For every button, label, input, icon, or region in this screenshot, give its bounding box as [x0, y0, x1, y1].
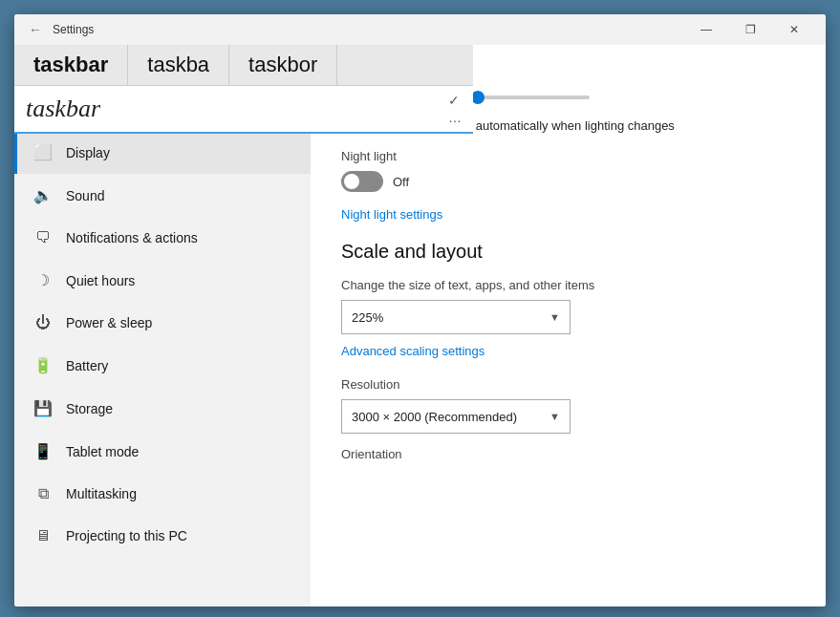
size-label: Change the size of text, apps, and other… — [341, 278, 795, 292]
night-light-toggle-row: Off — [341, 171, 795, 192]
handwriting-actions: ✓ … — [448, 94, 462, 124]
autocomplete-bar: taskbar taskba taskbor taskbar ✓ … — [14, 45, 473, 134]
autocomplete-suggestions: taskbar taskba taskbor — [14, 45, 473, 86]
sound-icon: 🔈 — [33, 186, 53, 204]
scale-layout-heading: Scale and layout — [341, 241, 795, 263]
resolution-dropdown-value: 3000 × 2000 (Recommended) — [352, 410, 517, 424]
sidebar-label-storage: Storage — [66, 401, 113, 416]
sidebar-label-sound: Sound — [66, 188, 104, 203]
power-sleep-icon: ⏻ — [33, 314, 53, 331]
suggestion-2[interactable]: taskbor — [229, 45, 337, 85]
sidebar-item-notifications[interactable]: 🗨 Notifications & actions — [14, 217, 311, 259]
sidebar-item-power-sleep[interactable]: ⏻ Power & sleep — [14, 302, 311, 344]
storage-icon: 💾 — [33, 399, 53, 417]
resolution-dropdown-arrow-icon: ▼ — [549, 411, 560, 422]
settings-window: ← Settings — ❐ ✕ taskbar taskba taskbor … — [14, 14, 826, 606]
window-controls: — ❐ ✕ — [684, 14, 816, 45]
handwriting-confirm-button[interactable]: ✓ — [448, 94, 462, 107]
window-title: Settings — [53, 23, 94, 36]
toggle-knob — [344, 174, 359, 189]
quiet-hours-icon: ☽ — [33, 271, 53, 289]
sidebar-label-quiet-hours: Quiet hours — [66, 273, 135, 288]
sidebar-label-battery: Battery — [66, 358, 108, 373]
suggestion-0[interactable]: taskbar — [14, 45, 128, 85]
battery-icon: 🔋 — [33, 356, 53, 374]
night-light-settings-link[interactable]: Night light settings — [341, 207, 442, 222]
sidebar-item-storage[interactable]: 💾 Storage — [14, 387, 311, 430]
handwriting-text: taskbar — [26, 95, 439, 123]
size-dropdown-arrow-icon: ▼ — [549, 311, 560, 323]
sidebar-label-display: Display — [66, 145, 110, 160]
restore-button[interactable]: ❐ — [728, 14, 772, 45]
resolution-label: Resolution — [341, 377, 795, 392]
handwriting-more-button[interactable]: … — [448, 111, 462, 124]
slider-thumb[interactable] — [471, 91, 485, 104]
night-light-toggle[interactable] — [341, 171, 383, 192]
orientation-label: Orientation — [341, 447, 795, 461]
tablet-mode-icon: 📱 — [33, 442, 53, 460]
titlebar: ← Settings — ❐ ✕ — [14, 14, 826, 45]
minimize-button[interactable]: — — [684, 14, 728, 45]
sidebar-item-quiet-hours[interactable]: ☽ Quiet hours — [14, 259, 311, 302]
size-dropdown[interactable]: 225% ▼ — [341, 300, 571, 334]
sidebar-item-tablet-mode[interactable]: 📱 Tablet mode — [14, 430, 311, 473]
sidebar-label-multitasking: Multitasking — [66, 486, 137, 501]
night-light-state: Off — [393, 175, 409, 189]
sidebar-item-projecting[interactable]: 🖥 Projecting to this PC — [14, 515, 311, 557]
sidebar-item-sound[interactable]: 🔈 Sound — [14, 174, 311, 217]
size-dropdown-value: 225% — [352, 310, 383, 325]
sidebar-label-power-sleep: Power & sleep — [66, 315, 152, 330]
close-button[interactable]: ✕ — [772, 14, 816, 45]
night-light-section: Night light Off — [341, 149, 795, 192]
notifications-icon: 🗨 — [33, 229, 53, 246]
night-light-heading: Night light — [341, 149, 795, 163]
handwriting-input-area: taskbar ✓ … — [14, 86, 473, 132]
sidebar-label-notifications: Notifications & actions — [66, 230, 198, 245]
scale-layout-section: Scale and layout Change the size of text… — [341, 241, 795, 461]
sidebar-label-tablet-mode: Tablet mode — [66, 444, 139, 459]
projecting-icon: 🖥 — [33, 527, 53, 544]
suggestion-1[interactable]: taskba — [128, 45, 229, 85]
back-button[interactable]: ← — [24, 18, 47, 41]
display-icon: ⬜ — [33, 143, 53, 161]
resolution-dropdown[interactable]: 3000 × 2000 (Recommended) ▼ — [341, 399, 571, 434]
sidebar-label-projecting: Projecting to this PC — [66, 528, 187, 543]
sidebar-item-battery[interactable]: 🔋 Battery — [14, 344, 311, 387]
sidebar-item-multitasking[interactable]: ⧉ Multitasking — [14, 473, 311, 515]
sidebar-item-display[interactable]: ⬜ Display — [14, 131, 311, 174]
advanced-scaling-link[interactable]: Advanced scaling settings — [341, 344, 485, 358]
multitasking-icon: ⧉ — [33, 485, 53, 502]
